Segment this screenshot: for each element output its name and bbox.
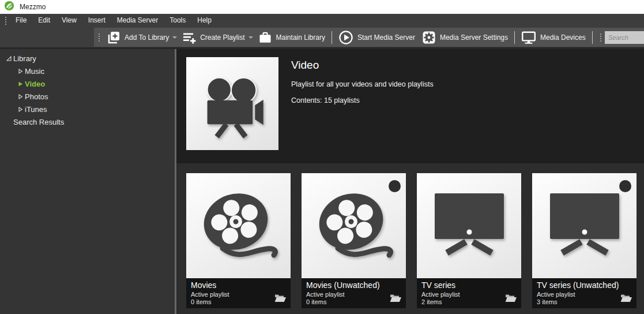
maintain-library-label: Maintain Library xyxy=(276,33,325,42)
playlist-grid: Movies Active playlist 0 items xyxy=(176,163,644,314)
mezzmo-logo-icon xyxy=(4,1,14,13)
sidebar-item-itunes[interactable]: iTunes xyxy=(0,103,175,115)
media-devices-button[interactable]: Media Devices xyxy=(518,28,589,47)
create-playlist-icon xyxy=(182,31,196,44)
tree-collapsed-icon[interactable] xyxy=(16,107,25,112)
search-toolbar xyxy=(596,28,644,47)
folder-icon xyxy=(505,294,517,305)
toolbar-separator xyxy=(514,31,515,44)
playlist-card-type: Active playlist xyxy=(191,291,286,298)
playlist-contents-count: Contents: 15 playlists xyxy=(291,96,434,104)
tree-expanded-icon[interactable] xyxy=(5,56,13,61)
sidebar-item-video[interactable]: Video xyxy=(0,77,175,90)
start-media-server-label: Start Media Server xyxy=(357,33,415,42)
film-reel-icon xyxy=(307,181,401,270)
tree-collapsed-icon[interactable] xyxy=(16,69,25,74)
create-playlist-label: Create Playlist xyxy=(200,33,244,42)
sidebar-item-library[interactable]: Library xyxy=(0,52,175,65)
main-toolbar: Add To Library Create Playlist xyxy=(94,28,644,47)
sidebar-item-photos[interactable]: Photos xyxy=(0,90,175,103)
playlist-thumbnail xyxy=(302,173,406,278)
library-tree-sidebar: Library Music Video Photos xyxy=(0,49,175,314)
menu-grip-handle[interactable] xyxy=(5,16,7,25)
playlist-header-thumbnail xyxy=(186,57,278,150)
menu-item-insert[interactable]: Insert xyxy=(82,14,111,27)
add-to-library-dropdown-icon[interactable] xyxy=(172,36,177,39)
search-grip-handle[interactable] xyxy=(600,33,602,42)
menu-item-help[interactable]: Help xyxy=(191,14,217,27)
start-media-server-icon xyxy=(338,30,353,45)
sidebar-item-music[interactable]: Music xyxy=(0,65,175,77)
playlist-card-title: Movies (Unwatched) xyxy=(306,281,401,290)
playlist-card-count: 0 items xyxy=(191,298,286,305)
folder-icon xyxy=(274,294,286,305)
sidebar-item-label: Photos xyxy=(25,92,48,101)
maintain-library-icon xyxy=(258,31,272,44)
media-server-settings-label: Media Server Settings xyxy=(440,33,508,42)
sidebar-item-label: Video xyxy=(25,80,45,88)
playlist-thumbnail xyxy=(417,173,521,278)
app-window: Mezzmo File Edit View Insert Media Serve… xyxy=(0,0,644,314)
start-media-server-button[interactable]: Start Media Server xyxy=(335,28,419,47)
add-to-library-label: Add To Library xyxy=(125,33,169,42)
menu-item-media-server[interactable]: Media Server xyxy=(111,14,164,27)
playlist-card-movies[interactable]: Movies Active playlist 0 items xyxy=(186,173,291,308)
tree-collapsed-selected-icon[interactable] xyxy=(16,81,25,87)
playlist-card-tv-series[interactable]: TV series Active playlist 2 items xyxy=(417,173,521,308)
playlist-header: Video Playlist for all your videos and v… xyxy=(176,49,644,163)
sidebar-item-label: Music xyxy=(25,67,44,76)
search-input[interactable] xyxy=(605,31,644,44)
add-to-library-button[interactable]: Add To Library xyxy=(103,28,172,47)
menu-item-edit[interactable]: Edit xyxy=(32,14,56,27)
playlist-card-type: Active playlist xyxy=(421,291,517,298)
playlist-info-strip: TV series (Unwatched) Active playlist 3 … xyxy=(532,278,637,308)
create-playlist-dropdown-icon[interactable] xyxy=(248,36,253,39)
content-area: Library Music Video Photos xyxy=(0,49,644,314)
window-title: Mezzmo xyxy=(20,3,46,11)
tv-icon xyxy=(426,189,513,262)
menu-item-tools[interactable]: Tools xyxy=(164,14,191,27)
toolbar-separator xyxy=(592,31,593,44)
title-bar: Mezzmo xyxy=(0,0,644,14)
film-reel-icon xyxy=(192,181,285,270)
toolbar-grip-handle[interactable] xyxy=(98,33,100,42)
playlist-card-title: Movies xyxy=(191,281,286,290)
playlist-card-type: Active playlist xyxy=(306,291,401,298)
media-devices-label: Media Devices xyxy=(540,33,586,42)
playlist-description: Playlist for all your videos and video p… xyxy=(291,80,434,88)
maintain-library-button[interactable]: Maintain Library xyxy=(255,28,329,47)
tree-collapsed-icon[interactable] xyxy=(16,94,25,99)
main-panel: Video Playlist for all your videos and v… xyxy=(176,49,644,314)
playlist-card-count: 0 items xyxy=(306,298,401,305)
playlist-title: Video xyxy=(291,59,434,72)
menu-item-view[interactable]: View xyxy=(56,14,82,27)
playlist-thumbnail xyxy=(532,173,637,278)
playlist-card-title: TV series (Unwatched) xyxy=(537,281,632,290)
playlist-info-strip: TV series Active playlist 2 items xyxy=(417,278,521,308)
movie-camera-icon xyxy=(197,67,268,141)
folder-icon xyxy=(390,294,401,305)
playlist-card-movies-unwatched[interactable]: Movies (Unwatched) Active playlist 0 ite… xyxy=(302,173,406,308)
media-server-settings-icon xyxy=(422,31,436,44)
sidebar-item-search-results[interactable]: Search Results xyxy=(0,115,175,128)
playlist-card-title: TV series xyxy=(421,281,517,290)
media-devices-icon xyxy=(521,31,536,44)
playlist-card-type: Active playlist xyxy=(537,291,632,298)
sidebar-item-label: Search Results xyxy=(13,118,64,126)
playlist-card-count: 2 items xyxy=(421,298,517,305)
tv-icon xyxy=(541,189,628,262)
toolbar-dock: Add To Library Create Playlist xyxy=(0,27,644,49)
sidebar-item-label: iTunes xyxy=(25,105,47,114)
menu-item-file[interactable]: File xyxy=(10,14,32,27)
playlist-thumbnail xyxy=(186,173,291,278)
playlist-card-tv-series-unwatched[interactable]: TV series (Unwatched) Active playlist 3 … xyxy=(532,173,637,308)
add-to-library-icon xyxy=(107,31,120,44)
playlist-card-count: 3 items xyxy=(537,298,632,305)
playlist-info-strip: Movies Active playlist 0 items xyxy=(186,278,291,308)
media-server-settings-button[interactable]: Media Server Settings xyxy=(419,28,511,47)
toolbar-separator xyxy=(332,31,332,44)
sidebar-item-label: Library xyxy=(13,54,36,63)
create-playlist-button[interactable]: Create Playlist xyxy=(179,28,248,47)
playlist-header-text: Video Playlist for all your videos and v… xyxy=(291,59,434,104)
folder-icon xyxy=(620,294,632,305)
